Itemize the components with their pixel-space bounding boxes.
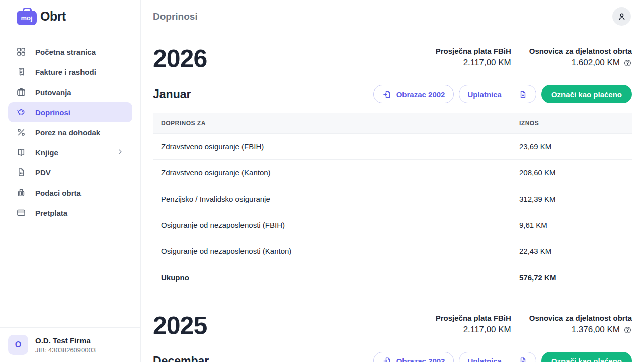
contribution-amount: 23,69 KM: [511, 134, 632, 160]
sidebar-item-label: Doprinosi: [35, 108, 70, 117]
stats-block: Prosječna plata FBiH 2.117,00 KM Osnovic…: [436, 45, 632, 68]
topbar: Doprinosi: [141, 0, 644, 33]
user-icon: [617, 12, 627, 22]
total-label: Ukupno: [153, 264, 511, 291]
logo-brand-text: Obrt: [40, 9, 66, 24]
company-avatar: O: [8, 335, 28, 355]
book-icon: [16, 147, 26, 157]
sidebar-item-label: Porez na dohodak: [35, 128, 100, 137]
table-row: Zdravstveno osiguranje (Kanton) 208,60 K…: [153, 160, 632, 186]
company-profile[interactable]: O O.D. Test Firma JIB: 4303826090003: [0, 327, 140, 362]
document-icon: [16, 167, 26, 177]
sidebar-item-knjige[interactable]: Knjige: [8, 142, 132, 162]
year-section-2025: 2025 Prosječna plata FBiH 2.117,00 KM Os…: [153, 312, 632, 362]
sidebar-item-pretplata[interactable]: Pretplata: [8, 203, 132, 223]
stats-block: Prosječna plata FBiH 2.117,00 KM Osnovic…: [436, 312, 632, 335]
document-download-icon: [518, 89, 528, 99]
sidebar-nav: Početna stranica Fakture i rashodi Putov…: [0, 33, 140, 327]
app-logo: moj Obrt: [0, 0, 140, 33]
sidebar-item-label: Pretplata: [35, 209, 67, 217]
logo-briefcase-icon: moj: [17, 11, 37, 25]
mark-paid-button[interactable]: Označi kao plaćeno: [541, 85, 632, 103]
company-jib: JIB: 4303826090003: [35, 346, 96, 354]
fax-machine-icon: [16, 188, 26, 198]
uplatnica-download-button[interactable]: [510, 352, 536, 362]
page-title: Doprinosi: [153, 11, 198, 22]
month-actions: Obrazac 2002 Uplatnica Označi kao plaćen…: [373, 352, 632, 362]
contribution-name: Zdravstveno osiguranje (FBIH): [153, 134, 511, 160]
sidebar-item-pdv[interactable]: PDV: [8, 162, 132, 183]
contributions-table: DOPRINOS ZA IZNOS Zdravstveno osiguranje…: [153, 113, 632, 290]
uplatnica-download-button[interactable]: [510, 85, 536, 103]
contribution-amount: 312,39 KM: [511, 186, 632, 212]
sidebar-item-label: Putovanja: [35, 88, 71, 97]
content-scroll-area[interactable]: 2026 Prosječna plata FBiH 2.117,00 KM Os…: [141, 33, 644, 362]
obrazac-button-label: Obrazac 2002: [396, 90, 445, 99]
column-header-doprinos-za: DOPRINOS ZA: [153, 113, 511, 134]
document-export-icon: [382, 89, 392, 99]
sidebar-item-label: Početna stranica: [35, 48, 96, 56]
contribution-name: Osiguranje od nezaposlenosti (FBIH): [153, 212, 511, 238]
uplatnica-button-label: Uplatnica: [467, 90, 502, 99]
stat-value: 2.117,00 KM: [463, 325, 511, 335]
sidebar: moj Obrt Početna stranica Fakture i rash…: [0, 0, 141, 362]
month-actions: Obrazac 2002 Uplatnica Označi kao plaćen…: [373, 85, 632, 103]
table-row: Osiguranje od nezaposlenosti (FBIH) 9,61…: [153, 212, 632, 238]
stat-label: Prosječna plata FBiH: [436, 47, 511, 55]
uplatnica-button[interactable]: Uplatnica: [459, 352, 510, 362]
sidebar-item-doprinosi[interactable]: Doprinosi: [8, 102, 132, 122]
chevron-right-icon: [116, 148, 124, 157]
contribution-name: Zdravstveno osiguranje (Kanton): [153, 160, 511, 186]
uplatnica-button-label: Uplatnica: [467, 357, 502, 362]
app-window: moj Obrt Početna stranica Fakture i rash…: [0, 0, 644, 362]
sidebar-item-podaci-obrta[interactable]: Podaci obrta: [8, 183, 132, 203]
sidebar-item-label: Knjige: [35, 148, 58, 157]
contribution-name: Osiguranje od nezaposlenosti (Kanton): [153, 238, 511, 264]
stat-label: Osnovica za djelatnost obrta: [529, 47, 632, 55]
obrazac-2002-button[interactable]: Obrazac 2002: [373, 85, 454, 103]
contribution-amount: 208,60 KM: [511, 160, 632, 186]
user-menu-button[interactable]: [612, 7, 631, 26]
sidebar-item-label: PDV: [35, 168, 51, 177]
contribution-amount: 9,61 KM: [511, 212, 632, 238]
table-row: Zdravstveno osiguranje (FBIH) 23,69 KM: [153, 134, 632, 160]
column-header-iznos: IZNOS: [511, 113, 632, 134]
stat-label: Osnovica za djelatnost obrta: [529, 314, 632, 322]
table-header-row: DOPRINOS ZA IZNOS: [153, 113, 632, 134]
year-heading: 2026: [153, 45, 207, 73]
table-total-row: Ukupno 576,72 KM: [153, 264, 632, 291]
stat-osnovica: Osnovica za djelatnost obrta 1.602,00 KM: [529, 47, 632, 68]
dashboard-icon: [16, 47, 26, 57]
month-heading: Decembar: [153, 354, 209, 362]
stat-value: 1.602,00 KM: [572, 58, 620, 68]
credit-card-icon: [16, 208, 26, 218]
document-export-icon: [382, 356, 392, 362]
contribution-name: Penzijsko / Invalidsko osiguranje: [153, 186, 511, 212]
mark-paid-button[interactable]: Označi kao plaćeno: [541, 352, 632, 362]
uplatnica-split-button: Uplatnica: [459, 85, 536, 103]
sidebar-item-label: Podaci obrta: [35, 189, 81, 197]
month-heading: Januar: [153, 87, 191, 101]
uplatnica-button[interactable]: Uplatnica: [459, 85, 510, 103]
stat-prosjecna-plata: Prosječna plata FBiH 2.117,00 KM: [436, 314, 511, 335]
invoice-icon: [16, 67, 26, 77]
table-row: Osiguranje od nezaposlenosti (Kanton) 22…: [153, 238, 632, 264]
sidebar-item-pocetna-stranica[interactable]: Početna stranica: [8, 42, 132, 62]
company-initial: O: [15, 340, 21, 349]
logo-badge-text: moj: [21, 14, 32, 22]
sidebar-item-fakture-i-rashodi[interactable]: Fakture i rashodi: [8, 62, 132, 82]
percent-icon: [16, 127, 26, 137]
sidebar-item-putovanja[interactable]: Putovanja: [8, 82, 132, 102]
obrazac-2002-button[interactable]: Obrazac 2002: [373, 352, 454, 362]
company-name: O.D. Test Firma: [35, 336, 96, 345]
help-circle-icon[interactable]: [623, 59, 632, 67]
stat-osnovica: Osnovica za djelatnost obrta 1.376,00 KM: [529, 314, 632, 335]
sidebar-item-porez-na-dohodak[interactable]: Porez na dohodak: [8, 122, 132, 142]
obrazac-button-label: Obrazac 2002: [396, 357, 445, 362]
company-info: O.D. Test Firma JIB: 4303826090003: [35, 336, 96, 354]
total-amount: 576,72 KM: [511, 264, 632, 291]
help-circle-icon[interactable]: [623, 326, 632, 334]
stat-prosjecna-plata: Prosječna plata FBiH 2.117,00 KM: [436, 47, 511, 68]
stat-label: Prosječna plata FBiH: [436, 314, 511, 322]
sidebar-item-label: Fakture i rashodi: [35, 68, 96, 76]
